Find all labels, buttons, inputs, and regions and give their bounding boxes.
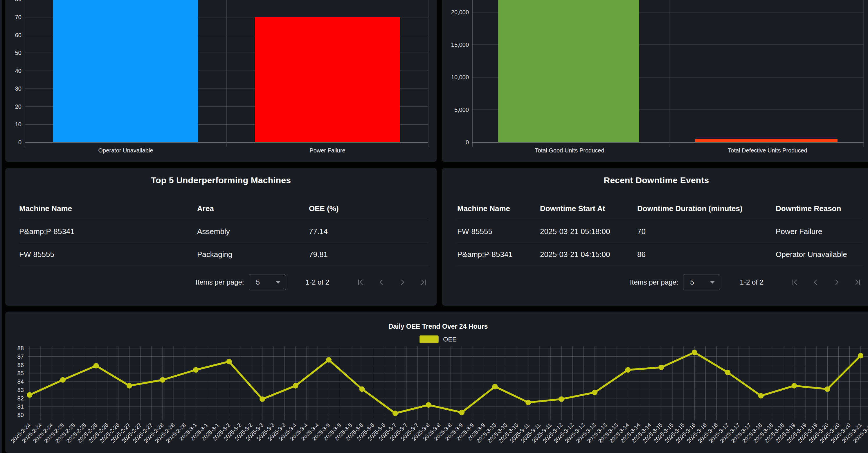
svg-text:88: 88 bbox=[18, 345, 24, 351]
recent-downtime-card: Recent Downtime Events Machine Name Down… bbox=[442, 168, 868, 306]
paginator-nav bbox=[779, 278, 862, 287]
svg-text:10,000: 10,000 bbox=[451, 74, 469, 81]
downtime-by-reason-chart[interactable]: 01020304050607080Operator UnavailablePow… bbox=[5, 0, 437, 162]
svg-text:15,000: 15,000 bbox=[451, 41, 469, 48]
svg-text:Operator Unavailable: Operator Unavailable bbox=[98, 147, 153, 154]
table-row: FW-85555 Packaging 79.81 bbox=[19, 243, 429, 266]
card-title: Recent Downtime Events bbox=[442, 175, 868, 185]
cell-machine-name: FW-85555 bbox=[19, 250, 54, 259]
table-row: FW-85555 2025-03-21 05:18:00 70 Power Fa… bbox=[457, 220, 863, 243]
svg-text:Power Failure: Power Failure bbox=[309, 147, 345, 154]
cell-reason: Operator Unavailable bbox=[776, 250, 847, 259]
table-header-row: Machine Name Downtime Start At Downtime … bbox=[457, 197, 863, 220]
paginator: Items per page: 5 1-2 of 2 bbox=[196, 273, 428, 292]
svg-text:Total Good Units Produced: Total Good Units Produced bbox=[535, 147, 604, 154]
select-caret-icon bbox=[276, 281, 280, 284]
items-per-page-label: Items per page: bbox=[196, 278, 244, 286]
first-page-button[interactable] bbox=[356, 278, 365, 287]
items-per-page-select[interactable]: 5 bbox=[683, 274, 720, 291]
chart-legend: OEE bbox=[5, 335, 868, 343]
table-header-row: Machine Name Area OEE (%) bbox=[19, 197, 429, 220]
svg-text:20: 20 bbox=[15, 103, 22, 110]
units-produced-card: 05,00010,00015,00020,000Total Good Units… bbox=[442, 0, 868, 162]
previous-page-button[interactable] bbox=[377, 278, 386, 287]
next-page-button[interactable] bbox=[832, 278, 841, 287]
table-row: P&amp;P-85341 Assembly 77.14 bbox=[19, 220, 429, 243]
table-row: P&amp;P-85341 2025-03-21 04:15:00 86 Ope… bbox=[457, 243, 863, 266]
dashboard: 01020304050607080Operator UnavailablePow… bbox=[0, 0, 868, 453]
page-range-label: 1-2 of 2 bbox=[740, 278, 764, 286]
first-page-icon bbox=[356, 278, 365, 287]
paginator-nav bbox=[344, 278, 428, 287]
col-header-area: Area bbox=[197, 204, 214, 213]
svg-text:5,000: 5,000 bbox=[454, 107, 469, 113]
cell-start-at: 2025-03-21 04:15:00 bbox=[540, 250, 610, 259]
daily-oee-trend-card: 2025-2-242025-2-242025-2-242025-2-252025… bbox=[5, 311, 868, 453]
svg-text:40: 40 bbox=[15, 68, 22, 74]
next-page-button[interactable] bbox=[398, 278, 407, 287]
svg-text:10: 10 bbox=[15, 121, 22, 127]
cell-area: Assembly bbox=[197, 227, 230, 236]
card-title: Top 5 Underperforming Machines bbox=[5, 175, 437, 185]
svg-text:Total Defective Units Produced: Total Defective Units Produced bbox=[728, 147, 807, 154]
col-header-start-at: Downtime Start At bbox=[540, 204, 605, 213]
previous-page-button[interactable] bbox=[811, 278, 820, 287]
underperforming-machines-table: Machine Name Area OEE (%) P&amp;P-85341 … bbox=[19, 197, 429, 266]
items-per-page-value: 5 bbox=[256, 278, 260, 286]
svg-text:50: 50 bbox=[15, 50, 22, 56]
svg-text:0: 0 bbox=[18, 139, 22, 146]
downtime-by-reason-card: 01020304050607080Operator UnavailablePow… bbox=[5, 0, 437, 162]
chart-title: Daily OEE Trend Over 24 Hours bbox=[5, 323, 868, 330]
svg-text:82: 82 bbox=[18, 395, 24, 402]
col-header-machine-name: Machine Name bbox=[19, 204, 72, 213]
svg-text:80: 80 bbox=[18, 412, 24, 418]
col-header-oee: OEE (%) bbox=[309, 204, 339, 213]
cell-machine-name: P&amp;P-85341 bbox=[19, 227, 74, 236]
chevron-right-icon bbox=[398, 278, 407, 287]
legend-swatch-oee bbox=[420, 335, 439, 343]
cell-oee: 79.81 bbox=[309, 250, 328, 259]
cell-area: Packaging bbox=[197, 250, 232, 259]
first-page-icon bbox=[790, 278, 800, 287]
paginator: Items per page: 5 1-2 of 2 bbox=[630, 273, 862, 292]
last-page-icon bbox=[418, 278, 428, 287]
chevron-left-icon bbox=[377, 278, 386, 287]
last-page-button[interactable] bbox=[853, 278, 862, 287]
svg-text:86: 86 bbox=[18, 362, 24, 368]
last-page-icon bbox=[853, 278, 862, 287]
svg-text:81: 81 bbox=[18, 403, 24, 410]
left-edge-strip bbox=[0, 0, 2, 453]
chevron-left-icon bbox=[811, 278, 820, 287]
cell-oee: 77.14 bbox=[309, 227, 328, 236]
page-range-label: 1-2 of 2 bbox=[306, 278, 329, 286]
svg-text:30: 30 bbox=[15, 85, 22, 92]
units-produced-chart[interactable]: 05,00010,00015,00020,000Total Good Units… bbox=[442, 0, 868, 162]
cell-duration: 86 bbox=[637, 250, 646, 259]
underperforming-machines-card: Top 5 Underperforming Machines Machine N… bbox=[5, 168, 437, 306]
cell-start-at: 2025-03-21 05:18:00 bbox=[540, 227, 610, 236]
cell-machine-name: FW-85555 bbox=[457, 227, 492, 236]
items-per-page-select[interactable]: 5 bbox=[249, 274, 286, 291]
svg-text:84: 84 bbox=[18, 379, 24, 385]
legend-label-oee: OEE bbox=[443, 336, 456, 343]
chevron-right-icon bbox=[832, 278, 841, 287]
col-header-duration: Downtime Duration (minutes) bbox=[637, 204, 743, 213]
svg-text:60: 60 bbox=[15, 32, 22, 38]
select-caret-icon bbox=[710, 281, 715, 284]
cell-reason: Power Failure bbox=[776, 227, 822, 236]
items-per-page-label: Items per page: bbox=[630, 278, 678, 286]
items-per-page-value: 5 bbox=[690, 278, 694, 286]
svg-text:0: 0 bbox=[466, 139, 469, 146]
last-page-button[interactable] bbox=[418, 278, 428, 287]
daily-oee-trend-chart[interactable]: 2025-2-242025-2-242025-2-242025-2-252025… bbox=[5, 311, 868, 453]
svg-text:70: 70 bbox=[15, 14, 22, 20]
svg-text:80: 80 bbox=[15, 0, 22, 2]
svg-text:85: 85 bbox=[18, 370, 24, 376]
col-header-machine-name: Machine Name bbox=[457, 204, 510, 213]
col-header-reason: Downtime Reason bbox=[776, 204, 841, 213]
first-page-button[interactable] bbox=[790, 278, 800, 287]
svg-text:87: 87 bbox=[18, 353, 24, 360]
svg-text:20,000: 20,000 bbox=[451, 9, 469, 16]
recent-downtime-table: Machine Name Downtime Start At Downtime … bbox=[457, 197, 863, 266]
svg-text:83: 83 bbox=[18, 387, 24, 393]
